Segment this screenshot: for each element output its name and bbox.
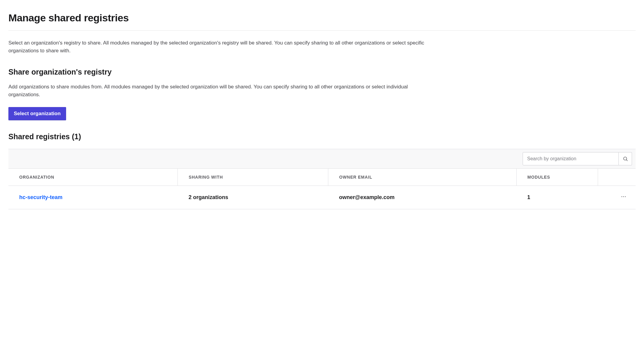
select-organization-button[interactable]: Select organization: [8, 107, 66, 120]
page-title: Manage shared registries: [8, 12, 636, 31]
svg-line-1: [626, 160, 627, 161]
column-header-owner-email: OWNER EMAIL: [328, 169, 516, 186]
svg-point-4: [625, 196, 626, 197]
organization-link[interactable]: hc-security-team: [19, 194, 62, 200]
search-wrap: [523, 152, 632, 165]
share-section-title: Share organization's registry: [8, 68, 636, 76]
column-header-actions: [598, 169, 636, 186]
cell-sharing-with: 2 organizations: [178, 186, 328, 209]
search-icon: [623, 156, 628, 161]
svg-point-2: [621, 196, 622, 197]
column-header-sharing-with: SHARING WITH: [178, 169, 328, 186]
cell-actions: [598, 186, 636, 209]
cell-modules: 1: [516, 186, 598, 209]
row-actions-button[interactable]: [619, 192, 628, 202]
search-button[interactable]: [619, 152, 632, 165]
table-toolbar: [8, 149, 636, 169]
column-header-organization: ORGANIZATION: [8, 169, 178, 186]
page-intro: Select an organization's registry to sha…: [8, 39, 429, 55]
share-section-description: Add organizations to share modules from.…: [8, 83, 429, 99]
shared-registries-table: ORGANIZATION SHARING WITH OWNER EMAIL MO…: [8, 169, 636, 209]
shared-registries-title: Shared registries (1): [8, 132, 636, 141]
column-header-modules: MODULES: [516, 169, 598, 186]
table-row: hc-security-team 2 organizations owner@e…: [8, 186, 636, 209]
svg-point-3: [623, 196, 624, 197]
search-input[interactable]: [523, 152, 619, 165]
cell-owner-email: owner@example.com: [328, 186, 516, 209]
more-horizontal-icon: [621, 194, 627, 200]
cell-organization: hc-security-team: [8, 186, 178, 209]
